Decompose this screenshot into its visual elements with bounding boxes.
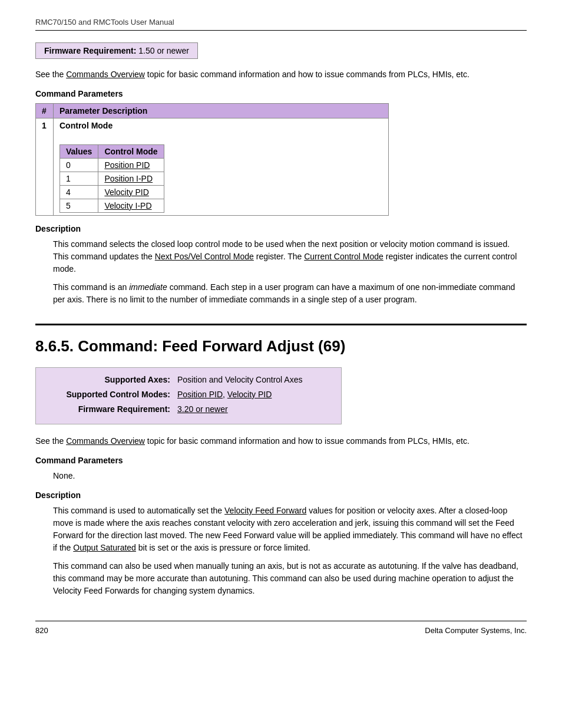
- supported-axes-row: Supported Axes: Position and Velocity Co…: [48, 374, 329, 386]
- cmd-params-table: # Parameter Description 1 Control Mode V…: [35, 103, 389, 216]
- col-param-desc: Parameter Description: [54, 104, 389, 118]
- mode-label: Velocity I-PD: [98, 199, 164, 213]
- firmware-req-label: Firmware Requirement:: [48, 403, 177, 416]
- mode-value: 5: [60, 199, 98, 213]
- page-header: RMC70/150 and RMCTools User Manual: [35, 18, 527, 31]
- velocity-feed-forward-link[interactable]: Velocity Feed Forward: [224, 506, 306, 515]
- supported-modes-value: Position PID, Velocity PID: [177, 388, 329, 401]
- firmware-req-link[interactable]: 3.20 or newer: [177, 404, 228, 414]
- desc-para-1: This command selects the closed loop con…: [53, 238, 527, 275]
- row-number: 1: [36, 118, 54, 216]
- mode-link[interactable]: Position I-PD: [104, 174, 153, 183]
- control-mode-label: Control Mode: [59, 121, 113, 130]
- cmd-params-none: None.: [53, 470, 527, 482]
- mode-link[interactable]: Velocity I-PD: [104, 201, 151, 210]
- section2-desc1: This command is used to automatically se…: [53, 505, 527, 554]
- company-name: Delta Computer Systems, Inc.: [425, 626, 527, 635]
- supported-modes-label: Supported Control Modes:: [48, 388, 177, 401]
- inner-control-mode-table: Values Control Mode 0Position PID1Positi…: [59, 144, 164, 213]
- description-heading-1: Description: [35, 224, 527, 233]
- supported-axes-label: Supported Axes:: [48, 374, 177, 386]
- mode-label: Position I-PD: [98, 172, 164, 186]
- section2-intro: See the Commands Overview topic for basi…: [35, 435, 527, 447]
- current-control-mode-link[interactable]: Current Control Mode: [304, 252, 384, 261]
- cmd-params-heading-2: Command Parameters: [35, 456, 527, 465]
- supported-axes-value: Position and Velocity Control Axes: [177, 374, 329, 386]
- manual-title: RMC70/150 and RMCTools User Manual: [35, 18, 174, 27]
- supported-modes-row: Supported Control Modes: Position PID, V…: [48, 388, 329, 401]
- commands-overview-link-2[interactable]: Commands Overview: [66, 436, 145, 446]
- desc-para-2: This command is an immediate command. Ea…: [53, 281, 527, 306]
- firmware-requirement-box: Firmware Requirement: 1.50 or newer: [35, 42, 198, 59]
- mode-link[interactable]: Velocity PID: [104, 187, 148, 197]
- table-row: 1 Control Mode Values Control Mode: [36, 118, 389, 216]
- inner-table-row: 5Velocity I-PD: [60, 199, 164, 213]
- commands-overview-link[interactable]: Commands Overview: [66, 70, 145, 79]
- cmd-params-heading: Command Parameters: [35, 89, 527, 98]
- mode-value: 1: [60, 172, 98, 186]
- inner-table-row: 4Velocity PID: [60, 186, 164, 199]
- description-heading-2: Description: [35, 490, 527, 500]
- firmware-label: Firmware Requirement:: [44, 46, 136, 55]
- mode-link[interactable]: Position PID: [104, 160, 150, 170]
- footer: 820 Delta Computer Systems, Inc.: [35, 621, 527, 635]
- page: RMC70/150 and RMCTools User Manual Firmw…: [0, 0, 562, 728]
- row-content: Control Mode Values Control Mode 0Positi…: [54, 118, 389, 216]
- page-number: 820: [35, 626, 48, 635]
- intro-paragraph: See the Commands Overview topic for basi…: [35, 68, 527, 81]
- output-saturated-link[interactable]: Output Saturated: [73, 543, 136, 552]
- section-title: 8.6.5. Command: Feed Forward Adjust (69): [35, 337, 527, 355]
- mode-value: 0: [60, 159, 98, 172]
- inner-col-mode: Control Mode: [98, 145, 164, 159]
- firmware-req-value: 3.20 or newer: [177, 403, 329, 416]
- section2-desc2: This command can also be used when manua…: [53, 560, 527, 597]
- immediate-italic: immediate: [129, 282, 167, 292]
- position-pid-link[interactable]: Position PID: [177, 390, 223, 399]
- mode-value: 4: [60, 186, 98, 199]
- inner-table-row: 1Position I-PD: [60, 172, 164, 186]
- firmware-value: 1.50 or newer: [138, 46, 189, 55]
- inner-col-values: Values: [60, 145, 98, 159]
- firmware-req-row: Firmware Requirement: 3.20 or newer: [48, 403, 329, 416]
- section-divider: [35, 324, 527, 325]
- col-hash: #: [36, 104, 54, 118]
- velocity-pid-link[interactable]: Velocity PID: [227, 390, 272, 399]
- mode-label: Position PID: [98, 159, 164, 172]
- inner-table-row: 0Position PID: [60, 159, 164, 172]
- next-pos-vel-link[interactable]: Next Pos/Vel Control Mode: [155, 252, 254, 261]
- support-box: Supported Axes: Position and Velocity Co…: [35, 367, 342, 424]
- mode-label: Velocity PID: [98, 186, 164, 199]
